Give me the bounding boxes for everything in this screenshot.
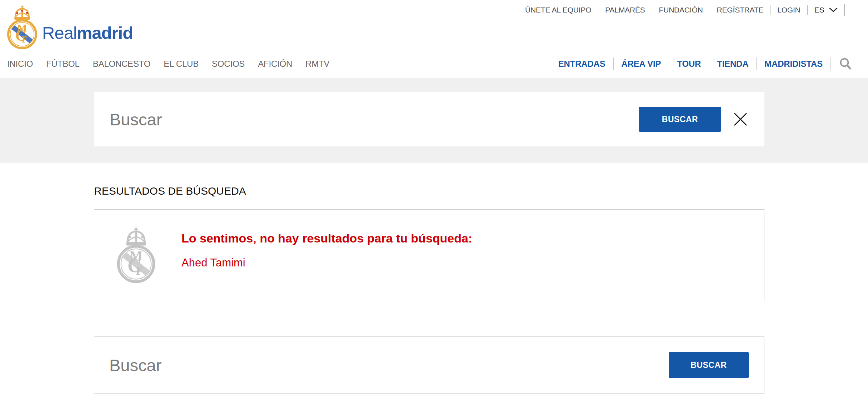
cta-entradas[interactable]: ENTRADAS bbox=[558, 59, 605, 69]
no-results-message: Lo sentimos, no hay resultados para tu b… bbox=[181, 231, 472, 245]
cta-nav: ENTRADAS ÁREA VIP TOUR TIENDA MADRIDISTA… bbox=[558, 57, 852, 71]
search-query-echo: Ahed Tamimi bbox=[181, 256, 472, 269]
close-search-button[interactable] bbox=[733, 112, 748, 127]
search-input[interactable] bbox=[94, 92, 639, 146]
search-overlay-panel: BUSCAR bbox=[94, 92, 764, 146]
language-selector[interactable]: ES bbox=[814, 6, 838, 14]
topbar-link-registrate[interactable]: REGÍSTRATE bbox=[717, 6, 764, 14]
divider bbox=[830, 58, 831, 70]
divider bbox=[807, 5, 808, 15]
cta-tour[interactable]: TOUR bbox=[677, 59, 701, 69]
brand-prefix: Real bbox=[42, 23, 77, 42]
nav-item-futbol[interactable]: FÚTBOL bbox=[46, 59, 79, 69]
no-results-text: Lo sentimos, no hay resultados para tu b… bbox=[181, 231, 472, 269]
divider bbox=[613, 58, 614, 70]
svg-text:F: F bbox=[22, 34, 28, 45]
nav-item-el-club[interactable]: EL CLUB bbox=[164, 59, 199, 69]
primary-nav-links: INICIO FÚTBOL BALONCESTO EL CLUB SOCIOS … bbox=[7, 59, 329, 69]
nav-item-socios[interactable]: SOCIOS bbox=[212, 59, 245, 69]
nav-item-inicio[interactable]: INICIO bbox=[7, 59, 33, 69]
real-madrid-crest-gray-icon: M C F bbox=[116, 225, 156, 285]
cta-madridistas[interactable]: MADRIDISTAS bbox=[764, 59, 823, 69]
divider bbox=[652, 5, 652, 15]
site-header: ÚNETE AL EQUIPO PALMARÉS FUNDACIÓN REGÍS… bbox=[0, 0, 868, 78]
real-madrid-crest-icon: M C F bbox=[6, 4, 38, 51]
divider bbox=[709, 58, 709, 70]
divider bbox=[710, 5, 710, 15]
topbar-link-palmares[interactable]: PALMARÉS bbox=[605, 6, 645, 14]
language-code: ES bbox=[814, 6, 824, 14]
cta-area-vip[interactable]: ÁREA VIP bbox=[622, 59, 661, 69]
topbar-link-login[interactable]: LOGIN bbox=[777, 6, 800, 14]
magnifier-icon bbox=[839, 57, 852, 71]
divider bbox=[844, 4, 845, 16]
search-submit-button[interactable]: BUSCAR bbox=[639, 107, 721, 132]
primary-nav: INICIO FÚTBOL BALONCESTO EL CLUB SOCIOS … bbox=[7, 56, 852, 71]
bottom-search-submit-button[interactable]: BUSCAR bbox=[669, 352, 749, 378]
svg-text:F: F bbox=[136, 264, 143, 277]
close-icon bbox=[733, 112, 748, 127]
real-madrid-logo[interactable]: M C F Realmadrid bbox=[6, 4, 133, 51]
topbar-link-fundacion[interactable]: FUNDACIÓN bbox=[659, 6, 703, 14]
search-overlay-band: BUSCAR bbox=[0, 78, 868, 162]
brand-suffix: madrid bbox=[77, 23, 133, 42]
nav-item-baloncesto[interactable]: BALONCESTO bbox=[93, 59, 151, 69]
divider bbox=[598, 5, 598, 15]
divider bbox=[669, 58, 669, 70]
bottom-search-input[interactable] bbox=[94, 337, 669, 393]
divider bbox=[770, 5, 770, 15]
no-results-card: M C F Lo sentimos, no hay resultados par… bbox=[94, 209, 764, 301]
bottom-search-box: BUSCAR bbox=[94, 336, 764, 394]
results-heading: RESULTADOS DE BÚSQUEDA bbox=[94, 185, 868, 197]
cta-tienda[interactable]: TIENDA bbox=[717, 59, 748, 69]
brand-wordmark: Realmadrid bbox=[42, 23, 133, 43]
divider bbox=[756, 58, 757, 70]
topbar-link-unete[interactable]: ÚNETE AL EQUIPO bbox=[525, 6, 591, 14]
search-results-section: RESULTADOS DE BÚSQUEDA M C F Lo sentimos… bbox=[0, 185, 868, 394]
nav-item-rmtv[interactable]: RMTV bbox=[305, 59, 329, 69]
search-toggle-button[interactable] bbox=[839, 57, 852, 71]
nav-item-aficion[interactable]: AFICIÓN bbox=[258, 59, 292, 69]
chevron-down-icon bbox=[829, 8, 838, 12]
